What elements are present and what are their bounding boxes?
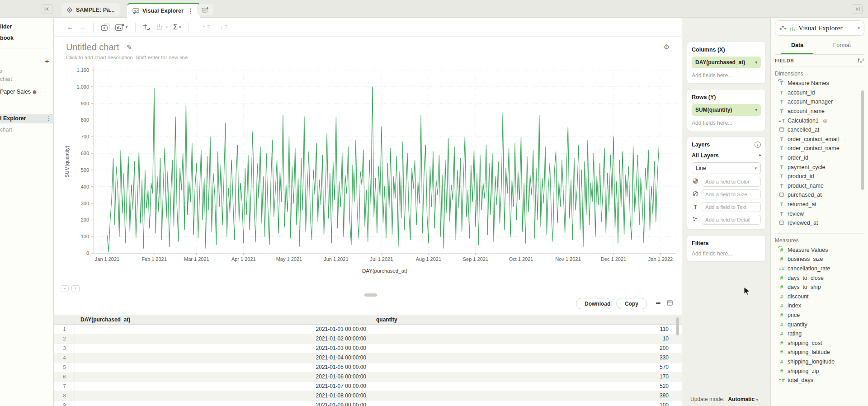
field-item-account-name[interactable]: Taccount_name bbox=[775, 107, 864, 116]
field-item-shipping-cost[interactable]: #shipping_cost bbox=[775, 338, 864, 348]
color-field-input[interactable]: Add a field to Color bbox=[702, 177, 761, 187]
field-item-days-to-close[interactable]: #days_to_close bbox=[775, 273, 864, 283]
field-item-product-id[interactable]: Tproduct_id bbox=[775, 172, 864, 181]
date-column-header[interactable]: DAY(purchased_at) bbox=[75, 316, 371, 323]
layer-type-select[interactable]: Line▾ bbox=[692, 162, 761, 174]
table-row[interactable]: 32021-01-03 00:00:00200 bbox=[54, 344, 684, 353]
field-item-price[interactable]: #price bbox=[775, 311, 864, 320]
field-item-order-contact-email[interactable]: Torder_contact_email bbox=[775, 135, 864, 144]
toolbar-divider bbox=[188, 23, 189, 32]
svg-text:1,100: 1,100 bbox=[76, 67, 89, 73]
copy-button[interactable]: Copy bbox=[616, 298, 647, 309]
size-field-input[interactable]: Add a field to Size bbox=[702, 189, 761, 199]
table-row[interactable]: 22021-01-02 00:00:0010 bbox=[54, 334, 684, 344]
table-row[interactable]: 82021-01-08 00:00:00390 bbox=[54, 391, 684, 401]
edit-title-pencil-icon[interactable]: ✎ bbox=[127, 43, 132, 52]
sidebar-item-visual-explorer-selected[interactable]: l Explorer ⋮ bbox=[0, 114, 54, 123]
field-item-days-to-ship[interactable]: #days_to_ship bbox=[775, 283, 864, 292]
table-row[interactable]: 72021-01-07 00:00:00520 bbox=[54, 382, 684, 391]
tab-format[interactable]: Format bbox=[820, 36, 864, 54]
table-row[interactable]: 12021-01-01 00:00:00110 bbox=[54, 325, 684, 334]
detail-field-input[interactable]: Add a field to Detail bbox=[702, 215, 761, 225]
field-item-calculation1[interactable]: =TCalculation1◎ bbox=[775, 116, 864, 125]
sidebar-item-builder[interactable]: ilder bbox=[0, 24, 12, 30]
tab-visual-explorer[interactable]: Visual Explorer ⋮ bbox=[127, 3, 200, 18]
sidebar-item-chart-2[interactable]: chart bbox=[0, 127, 12, 133]
field-item-product-name[interactable]: Tproduct_name bbox=[775, 181, 864, 191]
sidebar-item-workbook[interactable]: book bbox=[0, 35, 14, 41]
field-item-shipping-longitude[interactable]: #shipping_longitude bbox=[775, 357, 864, 367]
explorer-toolbar: ← → ▾ ▾ Σ▾ ↑☰ ↓☰ bbox=[54, 18, 682, 37]
tab-data[interactable]: Data bbox=[775, 36, 820, 54]
columns-add-fields[interactable]: Add fields here... bbox=[692, 72, 761, 79]
sort-descending-button[interactable]: ↓☰ bbox=[217, 21, 230, 33]
element-type-selector[interactable]: Visual Explorer ▾ bbox=[775, 20, 864, 36]
collapse-chart-icon[interactable]: − bbox=[61, 285, 69, 292]
chart-description-placeholder[interactable]: Click to add chart description. Shift-en… bbox=[66, 55, 189, 60]
minimize-table-icon[interactable] bbox=[656, 300, 661, 307]
add-page-button[interactable]: + bbox=[42, 57, 52, 66]
rows-field-pill[interactable]: SUM(quantity)▾ bbox=[692, 104, 761, 116]
collapse-layers-icon[interactable]: ▴ bbox=[759, 152, 761, 159]
sidebar-item-paper-sales[interactable]: Paper Sales bbox=[0, 89, 37, 95]
line-chart[interactable]: 01002003004005006007008009001,0001,100Ja… bbox=[63, 63, 687, 279]
table-row[interactable]: 92021-01-09 00:00:00100 bbox=[54, 401, 684, 406]
aggregate-button[interactable]: Σ▾ bbox=[170, 21, 184, 33]
field-item-shipping-latitude[interactable]: #shipping_latitude bbox=[775, 348, 864, 357]
field-item-cancelled-at[interactable]: cancelled_at bbox=[775, 125, 864, 135]
field-item-cancellation-rate[interactable]: =#cancellation_rate bbox=[775, 264, 864, 274]
add-calculation-icon[interactable]: ƒx+ bbox=[858, 57, 864, 64]
field-item-rating[interactable]: #rating bbox=[775, 329, 864, 339]
field-item-purchased-at[interactable]: purchased_at bbox=[775, 190, 864, 200]
pin-chart-icon[interactable]: ↑ bbox=[71, 285, 80, 292]
field-item-index[interactable]: #index bbox=[775, 301, 864, 311]
svg-text:500: 500 bbox=[81, 167, 89, 173]
field-item-order-contact-name[interactable]: Torder_contact_name bbox=[775, 144, 864, 153]
tab-menu-kebab-icon[interactable]: ⋮ bbox=[187, 7, 195, 14]
table-scrollbar[interactable] bbox=[676, 317, 679, 335]
field-item-reviewed-at[interactable]: reviewed_at bbox=[775, 218, 864, 228]
collapse-sidebar-icon[interactable] bbox=[42, 4, 52, 14]
layers-info-icon[interactable]: i bbox=[755, 142, 761, 148]
field-item-payment-cycle[interactable]: Tpayment_cycle bbox=[775, 162, 864, 172]
field-item-discount[interactable]: #discount bbox=[775, 292, 864, 301]
redo-button[interactable]: → bbox=[76, 21, 89, 33]
add-element-button[interactable] bbox=[98, 22, 113, 33]
update-mode-select[interactable]: Automatic ▾ bbox=[728, 396, 758, 402]
sidebar-item-kebab-icon[interactable]: ⋮ bbox=[46, 115, 51, 122]
field-item-account-id[interactable]: Taccount_id bbox=[775, 88, 864, 98]
clear-chart-type-button[interactable]: ▾ bbox=[113, 22, 131, 33]
field-item-total-days[interactable]: =#total_days bbox=[775, 376, 864, 385]
chart-settings-gear-icon[interactable]: ⚙ bbox=[664, 43, 670, 51]
splitter-drag-handle[interactable] bbox=[364, 293, 377, 297]
bin-histogram-button[interactable]: ▾ bbox=[154, 22, 171, 33]
rows-add-fields[interactable]: Add fields here... bbox=[692, 120, 761, 126]
columns-field-pill[interactable]: DAY(purchased_at)▾ bbox=[692, 57, 761, 68]
field-item-business-size[interactable]: #business_size bbox=[775, 255, 864, 264]
tab-sample-workbook[interactable]: SAMPLE: Pa... bbox=[61, 3, 120, 16]
field-item-measure-names[interactable]: TMeasure Names bbox=[775, 79, 864, 88]
table-row[interactable]: 42021-01-04 00:00:00330 bbox=[54, 353, 684, 363]
swap-axes-button[interactable] bbox=[140, 22, 154, 33]
field-item-account-manager[interactable]: Taccount_manager bbox=[775, 97, 864, 107]
sidebar-item-chart-1[interactable]: chart bbox=[0, 76, 12, 82]
field-item-review[interactable]: Treview bbox=[775, 209, 864, 218]
field-item-shipping-zip[interactable]: #shipping_zip bbox=[775, 366, 864, 376]
new-exploration-button[interactable] bbox=[197, 4, 213, 15]
chart-title[interactable]: Untitled chart bbox=[66, 42, 119, 52]
fields-scrollbar[interactable] bbox=[861, 90, 864, 190]
table-row[interactable]: 52021-01-05 00:00:00570 bbox=[54, 363, 684, 372]
sort-ascending-button[interactable]: ↑☰ bbox=[199, 21, 212, 33]
expand-panel-icon[interactable] bbox=[852, 4, 863, 14]
filters-add-fields[interactable]: Add fields here... bbox=[692, 250, 761, 257]
field-item-order-id[interactable]: Torder_id bbox=[775, 153, 864, 163]
text-field-input[interactable]: Add a field to Text bbox=[702, 202, 761, 212]
expand-table-icon[interactable] bbox=[667, 300, 673, 307]
download-button[interactable]: Download bbox=[576, 298, 612, 309]
quantity-column-header[interactable]: quantity bbox=[371, 315, 674, 324]
field-item-measure-values[interactable]: #Measure Values bbox=[775, 245, 864, 255]
table-row[interactable]: 62021-01-06 00:00:00170 bbox=[54, 372, 684, 382]
field-item-returned-at[interactable]: Treturned_at bbox=[775, 200, 864, 209]
field-item-quantity[interactable]: #quantity bbox=[775, 320, 864, 329]
undo-button[interactable]: ← bbox=[64, 21, 76, 33]
